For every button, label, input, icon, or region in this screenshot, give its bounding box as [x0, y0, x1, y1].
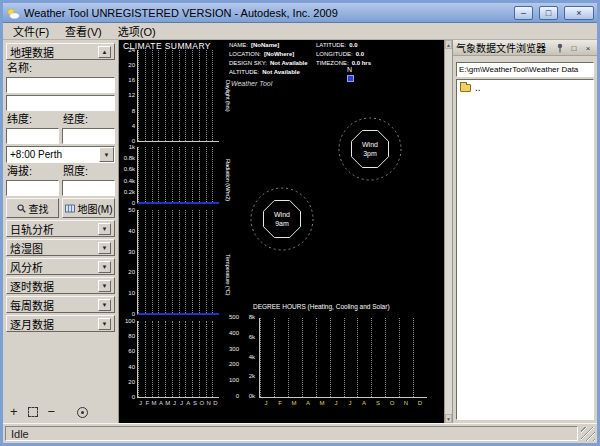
- daylight-chart: [137, 50, 219, 142]
- humidity-ticks: 100806040200: [119, 318, 135, 401]
- altitude-input[interactable]: [6, 180, 59, 196]
- sidebar-section[interactable]: 每周数据 ▼: [6, 296, 115, 313]
- tick-label: 80: [128, 333, 135, 340]
- file-item[interactable]: ..: [458, 81, 592, 94]
- latitude-input[interactable]: [6, 128, 59, 144]
- chevron-down-icon[interactable]: ▼: [98, 299, 111, 311]
- chevron-down-icon[interactable]: ▼: [98, 280, 111, 292]
- climate-summary-canvas[interactable]: CLIMATE SUMMARY NAME:[NoName] LOCATION:[…: [119, 40, 444, 423]
- resize-grip[interactable]: [581, 427, 595, 441]
- tick-label: 6k: [249, 334, 255, 341]
- tick-label: 0k: [249, 393, 255, 400]
- sidebar-section[interactable]: 风分析 ▼: [6, 258, 115, 275]
- month-label: F: [144, 400, 151, 406]
- view-tools: + −: [6, 404, 115, 420]
- altitude-label: 海拔:: [6, 165, 59, 178]
- name-input-secondary[interactable]: [6, 95, 115, 111]
- tick-label: 8: [132, 108, 135, 115]
- map-button[interactable]: 地图(M): [62, 198, 115, 218]
- month-label: D: [413, 400, 427, 406]
- month-label: A: [357, 400, 371, 406]
- humidity-chart: [137, 321, 219, 398]
- month-label: D: [212, 400, 219, 406]
- restore-icon[interactable]: □: [568, 42, 580, 54]
- sidebar-section[interactable]: 逐时数据 ▼: [6, 277, 115, 294]
- folder-icon: [460, 84, 471, 92]
- dock-title-label: 气象数据文件浏览器: [456, 40, 552, 55]
- north-square-icon: [347, 75, 354, 82]
- sidebar-section[interactable]: 日轨分析 ▼: [6, 220, 115, 237]
- tick-label: 0: [236, 393, 239, 400]
- wind-octagon: [264, 201, 301, 238]
- zoom-in-button[interactable]: +: [10, 406, 18, 418]
- month-label: M: [287, 400, 301, 406]
- illuminance-input[interactable]: [62, 180, 115, 196]
- chevron-up-icon[interactable]: ▲: [98, 46, 111, 58]
- timezone-value: +8:00 Perth: [10, 149, 99, 160]
- vertical-scrollbar[interactable]: ▲ ▼: [444, 40, 452, 423]
- section-label: 每周数据: [10, 297, 98, 313]
- tick-label: 20: [128, 269, 135, 276]
- month-label: A: [185, 400, 192, 406]
- month-label: M: [151, 400, 158, 406]
- month-label: A: [157, 400, 164, 406]
- scroll-up-icon[interactable]: ▲: [445, 40, 452, 49]
- section-label: 焓湿图: [10, 240, 98, 256]
- info-row: DESIGN SKY:Not Available: [229, 60, 308, 69]
- tick-label: 300: [229, 346, 239, 353]
- name-input[interactable]: [6, 77, 115, 93]
- tick-label: 0.8k: [124, 155, 135, 162]
- path-input[interactable]: [456, 62, 594, 77]
- menu-item[interactable]: 查看(V): [57, 22, 110, 40]
- info-row: NAME:[NoName]: [229, 42, 308, 51]
- chevron-down-icon[interactable]: ▼: [98, 261, 111, 273]
- sidebar-section[interactable]: 焓湿图 ▼: [6, 239, 115, 256]
- zoom-out-button[interactable]: −: [48, 406, 56, 418]
- month-label: M: [315, 400, 329, 406]
- degree-hours-month-labels: JFMAMJJASOND: [259, 400, 427, 406]
- wind-label: Wind: [274, 211, 290, 218]
- radiation-chart: [137, 147, 219, 204]
- file-list[interactable]: ..: [456, 79, 594, 420]
- info-row: ALTITUDE:Not Available: [229, 69, 308, 78]
- maximize-button[interactable]: □: [539, 6, 558, 20]
- month-label: J: [329, 400, 343, 406]
- tick-label: 10: [128, 290, 135, 297]
- latitude-label: 纬度:: [6, 113, 59, 126]
- menu-item[interactable]: 选项(O): [110, 22, 164, 40]
- chevron-down-icon[interactable]: ▼: [98, 318, 111, 330]
- section-label: 逐月数据: [10, 316, 98, 332]
- map-icon: [65, 204, 75, 213]
- pin-icon[interactable]: [554, 42, 566, 54]
- title-bar[interactable]: Weather Tool UNREGISTERED VERSION - Auto…: [3, 3, 597, 23]
- chevron-down-icon[interactable]: ▼: [98, 242, 111, 254]
- tick-label: 200: [229, 361, 239, 368]
- minimize-button[interactable]: –: [514, 6, 533, 20]
- geo-data-header[interactable]: 地理数据 ▲: [6, 43, 115, 60]
- menu-item[interactable]: 文件(F): [5, 22, 57, 40]
- close-icon[interactable]: ×: [582, 42, 594, 54]
- zoom-window-button[interactable]: [28, 407, 38, 417]
- tick-label: 1k: [129, 144, 135, 151]
- status-bar: Idle: [3, 423, 597, 443]
- find-button[interactable]: 查找: [6, 198, 59, 218]
- tick-label: 100: [125, 318, 135, 325]
- month-label: J: [259, 400, 273, 406]
- section-label: 日轨分析: [10, 221, 98, 237]
- dock-title-bar[interactable]: 气象数据文件浏览器 □ ×: [453, 40, 597, 56]
- chevron-down-icon[interactable]: ▼: [99, 147, 114, 162]
- sidebar-section[interactable]: 逐月数据 ▼: [6, 315, 115, 332]
- search-icon: [17, 204, 26, 213]
- orbit-button[interactable]: [77, 407, 88, 418]
- close-button[interactable]: ×: [564, 6, 594, 20]
- wind-9am-marker: Wind 9am: [247, 184, 317, 254]
- scrollbar-track[interactable]: [445, 49, 452, 414]
- month-label: A: [301, 400, 315, 406]
- chevron-down-icon[interactable]: ▼: [98, 223, 111, 235]
- section-label: 逐时数据: [10, 278, 98, 294]
- illuminance-label: 照度:: [62, 165, 115, 178]
- longitude-input[interactable]: [62, 128, 115, 144]
- timezone-select[interactable]: +8:00 Perth ▼: [6, 146, 115, 163]
- scroll-down-icon[interactable]: ▼: [445, 414, 452, 423]
- tick-label: 0.6k: [124, 166, 135, 173]
